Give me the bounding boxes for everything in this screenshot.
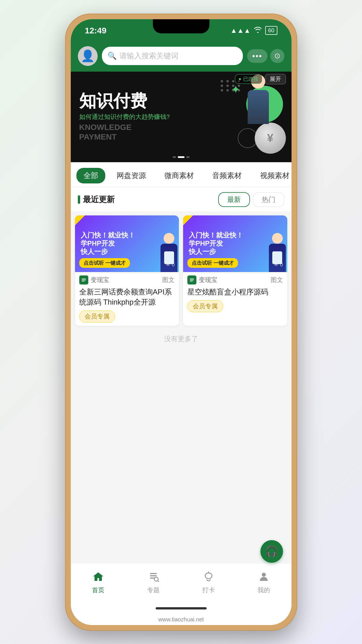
indicator-2 [178,156,185,158]
avatar-icon: 👤 [81,49,95,63]
phone-frame: 12:49 ▲▲▲ 60 👤 🔍 请输入搜 [65,14,297,631]
card-2-image: 入门快！就业快！ 学PHP开发 快人一步 点击试 [183,215,287,272]
nav-home[interactable]: 首页 [71,571,126,594]
card-1-image: 入门快！就业快！ 学PHP开发 快人一步 点击试 [75,215,179,272]
status-time: 12:49 [85,26,107,35]
section-title-text: 最近更新 [83,194,115,205]
svg-point-4 [205,573,212,579]
website-text: www.tiaozhuai.net [158,616,204,622]
banner-left: 知识付费 如何通过知识付费的大趋势赚钱? KNOWLEDGE PAYMENT [71,72,218,162]
card-2-author-name: 变现宝 [199,276,217,284]
header: 👤 🔍 请输入搜索关键词 ••• ⊙ [71,42,292,72]
nav-mine[interactable]: 我的 [236,571,292,594]
dots-icon: ••• [252,52,262,61]
tab-wechat[interactable]: 微商素材 [157,168,201,183]
card-1-author-name: 变现宝 [91,276,109,284]
website-footer: www.tiaozhuai.net [71,614,292,625]
empty-space [75,352,287,437]
checkin-icon [203,571,214,585]
indicator-1 [173,156,176,158]
card-1-bg: 入门快！就业快！ 学PHP开发 快人一步 点击试 [75,215,179,272]
card-2-cta: 点击试听 一键成才 [187,258,238,268]
card-1-author: 变现宝 [79,275,109,284]
bottom-nav: 首页 专题 [71,563,292,603]
card-1-badge: 会员专属 [79,311,115,322]
home-bar [156,607,207,609]
section-bar [78,195,80,204]
card-1-img-title: 入门快！就业快！ 学PHP开发 快人一步 [81,231,173,256]
banner-overlay: ● 已连接 展开 [71,74,292,84]
nav-topic-label: 专题 [147,586,160,594]
wifi-icon [254,27,262,35]
card-1-views: 👁0 [166,262,175,268]
header-actions: ••• ⊙ [247,49,284,63]
expand-button[interactable]: 展开 [265,74,286,84]
coin-icon: ¥ [255,123,286,154]
section-title: 最近更新 [78,194,115,205]
author-1-icon [79,275,88,284]
card-1-info: 变现宝 图文 全新三网话费余额查询API系统源码 Thinkphp全开源 会员专… [75,272,179,326]
card-2-author: 变现宝 [187,275,217,284]
sort-buttons: 最新 热门 [218,192,284,207]
nav-checkin-label: 打卡 [202,586,215,594]
sort-new-button[interactable]: 最新 [218,192,250,207]
topic-icon [148,571,159,585]
sort-hot-button[interactable]: 热门 [253,192,284,207]
card-2-corner [183,215,193,225]
author-2-icon [187,275,196,284]
camera-icon: ⊙ [274,52,280,60]
nav-mine-label: 我的 [258,586,270,594]
tab-all[interactable]: 全部 [76,168,105,183]
card-2-badge: 会员专属 [187,300,223,312]
phone-screen: 12:49 ▲▲▲ 60 👤 🔍 请输入搜 [71,19,292,625]
nav-topic[interactable]: 专题 [126,571,181,594]
svg-point-5 [262,573,266,577]
status-bar: 12:49 ▲▲▲ 60 [71,19,292,42]
nav-checkin[interactable]: 打卡 [181,571,236,594]
card-2-info: 变现宝 图文 星空炫酷盲盒小程序源码 会员专属 [183,272,287,316]
home-indicator [71,603,292,614]
svg-rect-0 [150,573,157,574]
search-bar[interactable]: 🔍 请输入搜索关键词 [102,47,243,65]
banner-right: ✦ ¥ [218,72,292,162]
card-2[interactable]: 入门快！就业快！ 学PHP开发 快人一步 点击试 [183,215,287,326]
nav-home-label: 首页 [92,586,104,594]
indicator-3 [186,156,190,158]
tab-netdisk[interactable]: 网盘资源 [110,168,153,183]
card-1-cta: 点击试听 一键成才 [79,258,130,268]
card-2-bg: 入门快！就业快！ 学PHP开发 快人一步 点击试 [183,215,287,272]
banner-title: 知识付费 [79,92,209,110]
status-icons: ▲▲▲ 60 [230,26,277,35]
card-2-title: 星空炫酷盲盒小程序源码 [187,287,283,297]
card-1-corner [75,215,85,225]
more-button[interactable]: ••• [247,49,267,63]
category-tabs: 全部 网盘资源 微商素材 音频素材 视频素材 图文素 [71,162,292,187]
card-2-img-title: 入门快！就业快！ 学PHP开发 快人一步 [189,231,282,256]
card-1-type: 图文 [162,276,175,284]
no-more-text: 没有更多了 [75,326,287,352]
banner-en: KNOWLEDGE PAYMENT [79,123,209,142]
svg-rect-1 [150,575,157,576]
banner[interactable]: 知识付费 如何通过知识付费的大趋势赚钱? KNOWLEDGE PAYMENT ✦ [71,72,292,162]
banner-indicators [173,156,190,158]
search-placeholder: 请输入搜索关键词 [119,51,178,61]
mine-icon [258,571,269,585]
tab-video[interactable]: 视频素材 [253,168,292,183]
battery-icon: 60 [265,26,277,35]
cards-grid: 入门快！就业快！ 学PHP开发 快人一步 点击试 [75,215,287,326]
signal-icon: ▲▲▲ [230,27,250,35]
card-1-meta: 变现宝 图文 [79,275,175,284]
card-1-title: 全新三网话费余额查询API系统源码 Thinkphp全开源 [79,287,175,307]
camera-button[interactable]: ⊙ [270,49,284,63]
card-2-views: 👁0 [274,262,283,268]
content-area: 入门快！就业快！ 学PHP开发 快人一步 点击试 [71,211,292,563]
float-button[interactable]: 🎧 [260,540,283,563]
avatar[interactable]: 👤 [78,46,98,66]
connected-badge: ● 已连接 [235,74,262,84]
home-icon [93,571,104,585]
notch [153,19,209,33]
svg-rect-2 [150,577,155,579]
card-1[interactable]: 入门快！就业快！ 学PHP开发 快人一步 点击试 [75,215,179,326]
tab-audio[interactable]: 音频素材 [205,168,249,183]
connected-label: 已连接 [243,76,258,82]
